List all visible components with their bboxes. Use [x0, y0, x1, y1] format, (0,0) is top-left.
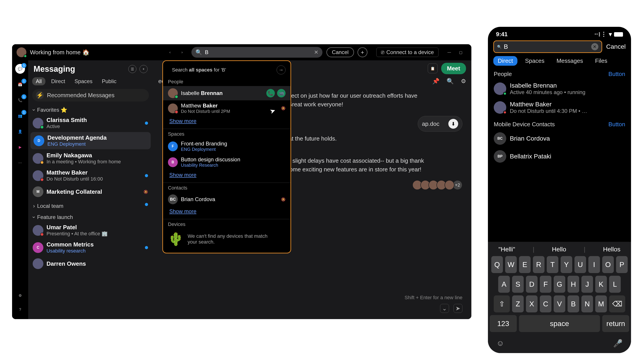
show-more-people[interactable]: Show more — [163, 116, 290, 128]
rail-apps[interactable]: ▶ — [15, 142, 25, 152]
conversation-item[interactable]: CCommon MetricsUsability research — [28, 239, 153, 256]
key-return[interactable]: return — [602, 315, 629, 332]
tab-all[interactable]: All — [32, 77, 46, 85]
mobile-person-item[interactable]: Isabelle BrennanActive 40 minutes ago • … — [488, 79, 631, 98]
user-avatar[interactable] — [16, 47, 26, 57]
rail-messaging[interactable]: 💬5 — [15, 64, 25, 74]
key[interactable]: A — [498, 276, 510, 293]
suggestion[interactable]: Hello — [552, 246, 566, 253]
mobile-contact-item[interactable]: BCBrian Cordova — [488, 130, 631, 147]
rail-more[interactable]: ⋯ — [15, 158, 25, 168]
key[interactable]: Q — [491, 256, 503, 273]
user-status-text[interactable]: Working from home 🏠 — [30, 49, 90, 56]
conversation-item[interactable]: DDevelopment AgendaENG Deployment — [30, 132, 151, 149]
clear-search-icon[interactable]: ✕ — [314, 49, 318, 55]
call-button[interactable]: 📞 — [266, 89, 275, 97]
conversation-item[interactable]: Matthew BakerDo Not Disturb until 16:00 — [28, 167, 153, 184]
tab-spaces[interactable]: Spaces — [520, 56, 549, 66]
mobile-cancel-button[interactable]: Cancel — [606, 43, 626, 50]
pin-icon[interactable]: 📌 — [432, 78, 440, 85]
key[interactable]: V — [554, 295, 565, 312]
key[interactable]: S — [512, 276, 524, 293]
rail-settings[interactable]: ⚙ — [15, 291, 25, 300]
conversation-item[interactable]: Clarissa SmithActive — [28, 114, 153, 132]
conversation-item[interactable]: Darren Owens — [28, 256, 153, 271]
key[interactable]: E — [519, 256, 531, 273]
key[interactable]: C — [540, 295, 552, 312]
key[interactable]: Z — [512, 295, 524, 312]
go-arrow-icon[interactable]: → — [276, 65, 286, 74]
key[interactable]: I — [588, 256, 600, 273]
search-input[interactable] — [205, 49, 314, 55]
key[interactable]: P — [616, 256, 628, 273]
key[interactable]: J — [582, 276, 593, 293]
backspace-key[interactable]: ⌫ — [609, 295, 625, 312]
mobile-search[interactable]: 🔍 ✕ — [493, 40, 602, 53]
global-search[interactable]: 🔍 ✕ — [192, 47, 322, 58]
file-attachment[interactable]: ap.doc ⬇ — [418, 116, 462, 132]
mobile-person-item[interactable]: Matthew BakerDo not Disturb until 4:30 P… — [488, 98, 631, 117]
back-button[interactable]: ‹ — [166, 48, 174, 56]
rail-calls[interactable]: 📞1 — [15, 95, 25, 105]
key[interactable]: D — [526, 276, 538, 293]
mic-key[interactable]: 🎤 — [613, 339, 622, 348]
conversation-item[interactable]: Emily NakagawaIn a meeting • Working fro… — [28, 150, 153, 167]
section-action-button[interactable]: Button — [608, 121, 625, 128]
meet-button[interactable]: Meet — [441, 63, 466, 74]
section-local-team[interactable]: ›Local team — [28, 199, 153, 211]
key[interactable]: F — [540, 276, 552, 293]
expand-button[interactable]: ⌄ — [440, 304, 449, 313]
search-cancel-button[interactable]: Cancel — [326, 47, 354, 57]
connect-device-button[interactable]: ⎚ Connect to a device — [376, 48, 438, 57]
tab-spaces[interactable]: Spaces — [71, 77, 96, 85]
tab-public[interactable]: Public — [98, 77, 120, 85]
dropdown-space[interactable]: FFront-end BrandingENG Deployment — [163, 138, 290, 154]
key[interactable]: U — [574, 256, 586, 273]
mobile-contact-item[interactable]: BPBellatrix Pataki — [488, 147, 631, 165]
tab-direct[interactable]: Direct — [493, 56, 518, 66]
key-space[interactable]: space — [519, 315, 600, 332]
key[interactable]: K — [595, 276, 607, 293]
forward-button[interactable]: › — [178, 48, 186, 56]
key[interactable]: R — [533, 256, 544, 273]
key[interactable]: Y — [560, 256, 572, 273]
mobile-search-input[interactable] — [504, 43, 589, 50]
tab-messages[interactable]: Messages — [552, 56, 588, 66]
send-button[interactable]: ➤ — [454, 304, 462, 313]
download-icon[interactable]: ⬇ — [448, 119, 458, 129]
settings-icon[interactable]: ⚙ — [461, 78, 466, 85]
maximize-button[interactable]: ▢ — [459, 50, 462, 54]
key[interactable]: G — [554, 276, 565, 293]
key[interactable]: H — [568, 276, 579, 293]
key-123[interactable]: 123 — [490, 315, 517, 332]
dropdown-contact[interactable]: BCBrian Cordova🔕 — [163, 192, 290, 206]
tab-files[interactable]: Files — [590, 56, 612, 66]
key[interactable]: T — [547, 256, 558, 273]
search-all-row[interactable]: Search all spaces for 'B' → — [163, 64, 290, 77]
key[interactable]: B — [568, 295, 579, 312]
rail-teams[interactable]: 👥1 — [15, 111, 25, 121]
conversation-item[interactable]: Umar PatelPresenting • At the office 🏢 — [28, 222, 153, 239]
rail-help[interactable]: ? — [15, 305, 25, 315]
section-favorites[interactable]: ›Favorites ⭐ — [28, 103, 153, 114]
emoji-key[interactable]: ☺ — [496, 339, 504, 348]
minimize-button[interactable]: — — [448, 50, 451, 54]
key[interactable]: O — [602, 256, 614, 273]
filter-button[interactable]: ☰ — [128, 65, 136, 73]
add-button[interactable]: + — [358, 47, 368, 57]
schedule-button[interactable]: 📋 — [428, 63, 438, 73]
section-feature-launch[interactable]: ›Feature launch — [28, 211, 153, 222]
section-action-button[interactable]: Button — [608, 71, 625, 77]
key[interactable]: X — [526, 295, 538, 312]
video-call-button[interactable]: 📹 — [277, 89, 286, 97]
conversation-item[interactable]: MMarketing Collateral🔕 — [28, 184, 153, 199]
search-icon[interactable]: 🔍 — [446, 78, 454, 85]
tab-direct[interactable]: Direct — [48, 77, 69, 85]
clear-search-icon[interactable]: ✕ — [591, 43, 598, 50]
recommended-messages[interactable]: ⚡ Recommended Messages — [32, 89, 149, 101]
shift-key[interactable]: ⇧ — [494, 295, 510, 312]
key[interactable]: L — [609, 276, 621, 293]
show-more-contacts[interactable]: Show more — [163, 206, 290, 218]
suggestion[interactable]: Hellos — [603, 246, 620, 253]
key[interactable]: M — [595, 295, 607, 312]
